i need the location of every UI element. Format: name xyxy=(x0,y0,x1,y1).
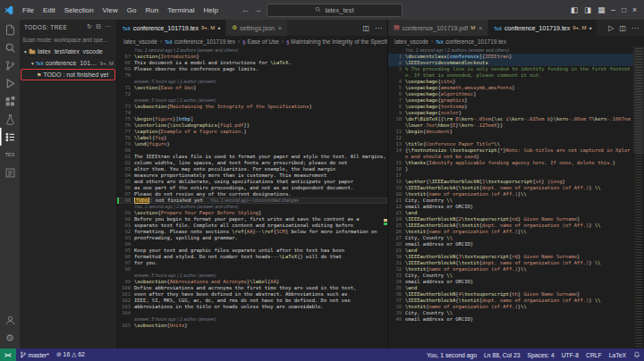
code-line[interactable]: 18\author{\IEEEauthorblockN{1\textsupers… xyxy=(388,179,644,185)
code-line[interactable]: 76\centerline{\includegraphics{fig1.pdf}… xyxy=(117,122,387,129)
code-line[interactable]: 22email address or ORCID} xyxy=(388,204,644,210)
code-line[interactable]: 75\begin{figure}[htbp] xyxy=(117,116,387,122)
code-line[interactable]: 11\begin{document} xyxy=(388,129,644,135)
code-line[interactable]: 2\IEEEoverridecommandlockouts xyxy=(388,60,644,66)
status-cursor-position[interactable]: Ln 88, Col 23 xyxy=(480,348,523,361)
code-line[interactable]: 26\textit{name of organization (of Aff.)… xyxy=(388,229,644,235)
layout-panel-icon[interactable]: ◨ xyxy=(584,5,591,14)
code-line[interactable]: 82column widths, line spaces, and text f… xyxy=(117,160,387,166)
status-blame[interactable]: You, 1 second ago xyxy=(423,348,480,361)
code-line[interactable]: 87Please do not revise any of the curren… xyxy=(117,191,387,197)
dirty-indicator-icon[interactable]: ● xyxy=(217,26,220,30)
activity-latex-workshop-icon[interactable]: TEX xyxy=(0,146,20,164)
code-line[interactable]: 98 xyxy=(117,266,387,273)
code-line[interactable]: 20\textit{name of organization (of Aff.)… xyxy=(388,191,644,197)
code-line[interactable]: 92formatting. Please note sections \ref{… xyxy=(117,229,387,235)
menu-run[interactable]: Run xyxy=(140,0,163,20)
history-back-icon[interactable]: ← xyxy=(242,5,250,14)
code-line[interactable]: 97for you. xyxy=(117,260,387,266)
code-line[interactable]: 99\subsection{Abbreviations and Acronyms… xyxy=(117,279,387,285)
editor-tab[interactable]: ⚙settings.json× xyxy=(226,20,288,36)
menu-terminal[interactable]: Terminal xyxy=(163,0,199,20)
minimap-slider[interactable] xyxy=(633,46,644,154)
minimap[interactable] xyxy=(633,46,644,348)
activity-pdf-preview-icon[interactable] xyxy=(0,164,20,181)
editor-tab[interactable]: TeXconference_101719.tex9+, M● xyxy=(117,20,226,36)
code-line[interactable]: 31\IEEEauthorblockA{\textit{dept. name o… xyxy=(388,260,644,266)
close-icon[interactable]: × xyxy=(278,25,282,31)
refresh-icon[interactable]: ↻ xyxy=(87,23,92,30)
code-line[interactable]: 89\section{Prepare Your Paper Before Sty… xyxy=(117,210,387,216)
close-icon[interactable]: × xyxy=(479,25,482,31)
code-line[interactable]: 95Keep your text and graphic files separ… xyxy=(117,248,387,254)
code-line[interactable]: 6\usepackage{algorithmic} xyxy=(388,91,644,97)
code-line[interactable]: 33City, Country \\ xyxy=(388,273,644,279)
code-line[interactable]: 72 xyxy=(117,91,387,97)
code-line[interactable]: 10\def\BibTeX{{\rm B\kern-.05em{\sc i\ke… xyxy=(388,116,644,129)
code-line[interactable]: 79\end{figure} xyxy=(117,141,387,147)
code-line[interactable]: 30\IEEEauthorblockN{3\textsuperscript{rd… xyxy=(388,254,644,260)
code-line[interactable]: 70 xyxy=(117,72,387,79)
activity-account-icon[interactable] xyxy=(0,311,20,329)
code-line[interactable]: 9\usepackage{xcolor} xyxy=(388,110,644,116)
maximize-icon[interactable]: □ xyxy=(622,5,626,14)
activity-search-icon[interactable] xyxy=(0,38,20,56)
activity-run-debug-icon[interactable] xyxy=(0,74,20,92)
code-line[interactable]: 94 xyxy=(117,241,387,248)
tree-item[interactable]: ⚑TODO : not finished yet xyxy=(20,69,116,80)
code-line[interactable]: 16} xyxy=(388,166,644,172)
code-line[interactable]: 32\textit{name of organization (of Aff.)… xyxy=(388,266,644,273)
code-line[interactable]: 91separate text file. Complete all conte… xyxy=(117,222,387,229)
code-line[interactable]: 8\usepackage{textcomp} xyxy=(388,104,644,110)
workspace-search-box[interactable]: latex_test xyxy=(267,4,402,17)
status-git-branch[interactable]: master* xyxy=(16,348,53,361)
code-line[interactable]: 27City, Country \\ xyxy=(388,235,644,241)
code-line[interactable]: 17 xyxy=(388,172,644,179)
code-line[interactable]: 13\title{Conference Paper Title*\\ xyxy=(388,141,644,147)
code-line[interactable]: 100Define abbreviations and acronyms the… xyxy=(117,285,387,291)
more-icon[interactable]: ⋯ xyxy=(631,24,639,32)
split-editor-icon[interactable]: ◫ xyxy=(619,24,626,32)
run-icon[interactable]: ▷ xyxy=(608,24,614,32)
split-editor-icon[interactable]: ◫ xyxy=(362,24,369,32)
code-line[interactable]: 77\caption{Example of a figure caption.} xyxy=(117,129,387,135)
menu-help[interactable]: Help xyxy=(199,0,222,20)
code-line[interactable]: 39City, Country \\ xyxy=(388,310,644,316)
code-line[interactable]: 105\subsection{Units} xyxy=(117,323,387,329)
code-line[interactable]: 103abbreviations in the title or heads u… xyxy=(117,304,387,310)
code-line[interactable]: 36\IEEEauthorblockN{4\textsuperscript{th… xyxy=(388,291,644,298)
status-indentation[interactable]: Spaces: 4 xyxy=(523,348,557,361)
more-icon[interactable]: ⋯ xyxy=(106,23,112,30)
code-line[interactable]: 34email address or ORCID} xyxy=(388,279,644,285)
editor-tab[interactable]: ▤conference_101719.pdfM× xyxy=(388,20,488,36)
code-line[interactable]: 12 xyxy=(388,135,644,141)
code-line[interactable]: 90Before you begin to format your paper,… xyxy=(117,216,387,222)
code-line[interactable]: 28email address or ORCID} xyxy=(388,241,644,248)
code-line[interactable]: 84measures proportionately more than is … xyxy=(117,172,387,179)
code-line[interactable]: 73\subsection{Maintaining the Integrity … xyxy=(117,104,387,110)
code-line[interactable]: 80 xyxy=(117,147,387,154)
code-line[interactable]: 35\and xyxy=(388,285,644,291)
minimize-icon[interactable]: – xyxy=(611,5,615,14)
close-icon[interactable]: × xyxy=(632,5,637,14)
code-line[interactable]: 37\IEEEauthorblockA{\textit{dept. name o… xyxy=(388,298,644,304)
code-line[interactable]: 3% The preceding line is only needed to … xyxy=(388,66,644,79)
code-editor[interactable]: You, 1 second ago | 2 authors (answer an… xyxy=(388,46,644,348)
activity-todo-tree-icon[interactable] xyxy=(0,128,20,146)
code-line[interactable]: 67\section{Introduction} xyxy=(117,54,387,60)
activity-settings-icon[interactable]: ⚙ xyxy=(0,329,20,347)
code-line[interactable]: 93proofreading, spelling and grammar. xyxy=(117,235,387,241)
code-line[interactable]: 69Please observe the conference page lim… xyxy=(117,66,387,72)
collapse-all-icon[interactable]: ⊟ xyxy=(96,23,101,30)
code-line[interactable]: 78\label{fig} xyxy=(117,135,387,141)
code-line[interactable]: 101even after they have been defined in … xyxy=(117,291,387,298)
dirty-indicator-icon[interactable]: ● xyxy=(589,26,591,30)
code-line[interactable]: 74 xyxy=(117,110,387,116)
code-line[interactable]: 14{\footnotesize \textsuperscript{*}Note… xyxy=(388,147,644,160)
tree-item[interactable]: Scan mode: workspace and ope... xyxy=(20,34,116,46)
status-eol[interactable]: CRLF xyxy=(582,348,606,361)
menu-file[interactable]: File xyxy=(18,0,38,20)
code-line[interactable]: 96formatted and styled. Do not number te… xyxy=(117,254,387,260)
code-line[interactable]: 23\and xyxy=(388,210,644,216)
code-line[interactable]: 40email address or ORCID} xyxy=(388,316,644,323)
